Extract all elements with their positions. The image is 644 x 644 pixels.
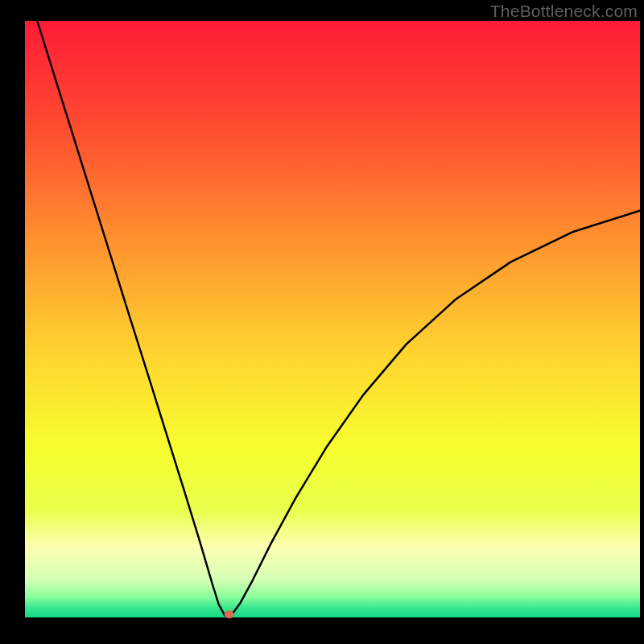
watermark-text: TheBottleneck.com — [490, 2, 638, 21]
optimal-point-marker — [225, 610, 234, 618]
bottleneck-chart — [0, 0, 644, 644]
chart-frame: TheBottleneck.com — [0, 0, 644, 644]
plot-background — [25, 21, 640, 617]
